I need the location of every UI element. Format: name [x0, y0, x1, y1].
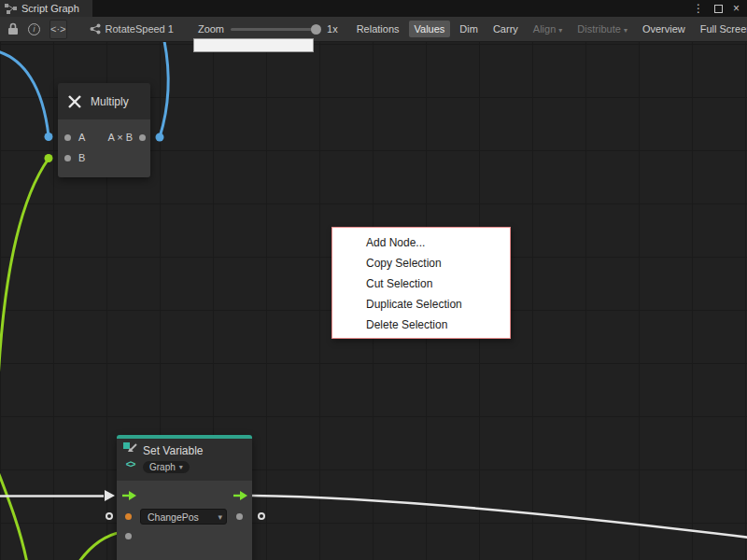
menu-item-duplicate-selection[interactable]: Duplicate Selection — [332, 294, 510, 315]
full-screen-button[interactable]: Full Screen — [695, 21, 747, 37]
node-multiply[interactable]: Multiply A A × B B — [58, 83, 150, 177]
graph-ref-label: RotateSpeed 1 — [106, 23, 174, 35]
values-button[interactable]: Values — [409, 21, 451, 37]
port-a-input[interactable] — [64, 134, 71, 141]
multiply-title: Multiply — [91, 95, 129, 108]
set-variable-header[interactable]: <> Set Variable Graph ▾ — [117, 439, 252, 481]
code-path-button[interactable]: <·> — [49, 20, 67, 39]
variable-scope-dropdown[interactable]: Graph ▾ — [143, 461, 190, 473]
set-variable-icon — [123, 442, 138, 457]
maximize-icon[interactable] — [714, 5, 723, 13]
external-port-ring-left[interactable] — [106, 512, 113, 520]
info-icon[interactable]: i — [28, 23, 40, 35]
set-variable-title: Set Variable — [143, 444, 203, 457]
kebab-menu-icon[interactable]: ⋮ — [693, 2, 704, 15]
title-bar: Script Graph ⋮ × — [0, 0, 747, 17]
carry-button[interactable]: Carry — [487, 21, 524, 37]
code-glyph: <·> — [50, 23, 66, 35]
flow-input-port[interactable] — [122, 490, 137, 501]
graph-toolbar: i <·> RotateSpeed 1 Zoom 1x Relations Va… — [0, 17, 747, 42]
variable-scope-label: Graph — [149, 462, 176, 472]
dim-button[interactable]: Dim — [454, 21, 484, 37]
port-out-output[interactable] — [139, 134, 146, 141]
tab-label: Script Graph — [21, 3, 79, 14]
set-variable-icon-column: <> — [122, 442, 138, 481]
script-graph-window: Multiply A A × B B < — [0, 0, 747, 560]
port-b-input[interactable] — [64, 155, 71, 161]
chevron-down-icon: ▾ — [624, 26, 627, 35]
menu-item-copy-selection[interactable]: Copy Selection — [332, 253, 510, 273]
context-menu: Add Node... Copy Selection Cut Selection… — [331, 227, 511, 339]
multiply-row-a: A A × B — [58, 127, 150, 147]
close-icon[interactable]: × — [733, 2, 740, 15]
zoom-value: 1x — [327, 23, 338, 35]
tab-script-graph[interactable]: Script Graph — [0, 0, 92, 17]
multiply-row-b: B — [58, 147, 150, 168]
distribute-button[interactable]: Distribute ▾ — [571, 21, 633, 37]
graph-reference[interactable]: RotateSpeed 1 — [90, 23, 174, 35]
multiply-header[interactable]: Multiply — [58, 83, 150, 119]
zoom-label: Zoom — [198, 23, 224, 35]
external-port-ring-right[interactable] — [258, 512, 265, 520]
graph-ref-icon — [90, 23, 101, 35]
zoom-slider-track[interactable] — [231, 28, 320, 31]
port-a-label: A — [78, 132, 85, 143]
menu-item-add-node[interactable]: Add Node... — [332, 232, 510, 253]
overview-button[interactable]: Overview — [637, 21, 691, 37]
relations-button[interactable]: Relations — [351, 21, 405, 37]
value-input-port[interactable] — [125, 533, 132, 539]
variable-name-value: ChangePos — [148, 511, 199, 523]
chevron-down-icon: ▾ — [558, 26, 562, 35]
variable-name-dropdown[interactable]: ChangePos ▾ — [140, 509, 227, 525]
window-controls: ⋮ × — [693, 2, 747, 15]
multiply-body: A A × B B — [58, 119, 150, 177]
script-graph-icon — [5, 4, 17, 14]
menu-item-cut-selection[interactable]: Cut Selection — [332, 273, 510, 294]
set-variable-text-column: Set Variable Graph ▾ — [143, 442, 203, 481]
chevron-down-icon: ▾ — [179, 463, 183, 471]
port-out-label: A × B — [107, 132, 133, 143]
toolbar-buttons: Relations Values Dim Carry Align ▾ Distr… — [351, 21, 747, 37]
align-button[interactable]: Align ▾ — [528, 21, 569, 37]
flow-output-port[interactable] — [233, 490, 248, 501]
set-variable-body: ChangePos ▾ — [117, 481, 252, 560]
chevron-down-icon: ▾ — [218, 512, 222, 522]
variable-name-port[interactable] — [125, 513, 132, 520]
variable-type-icon: <> — [126, 459, 135, 469]
multiply-icon — [67, 94, 82, 109]
blank-popup — [193, 38, 314, 52]
port-b-label: B — [78, 152, 85, 163]
lock-icon[interactable] — [7, 22, 19, 35]
external-flow-arrow[interactable] — [105, 490, 115, 501]
menu-item-delete-selection[interactable]: Delete Selection — [332, 315, 510, 335]
distribute-label: Distribute — [577, 23, 620, 35]
align-label: Align — [533, 23, 556, 35]
zoom-slider-knob[interactable] — [311, 24, 321, 35]
node-set-variable[interactable]: <> Set Variable Graph ▾ ChangePos — [117, 435, 252, 560]
value-output-port[interactable] — [236, 513, 243, 520]
zoom-control: Zoom 1x — [198, 23, 338, 35]
